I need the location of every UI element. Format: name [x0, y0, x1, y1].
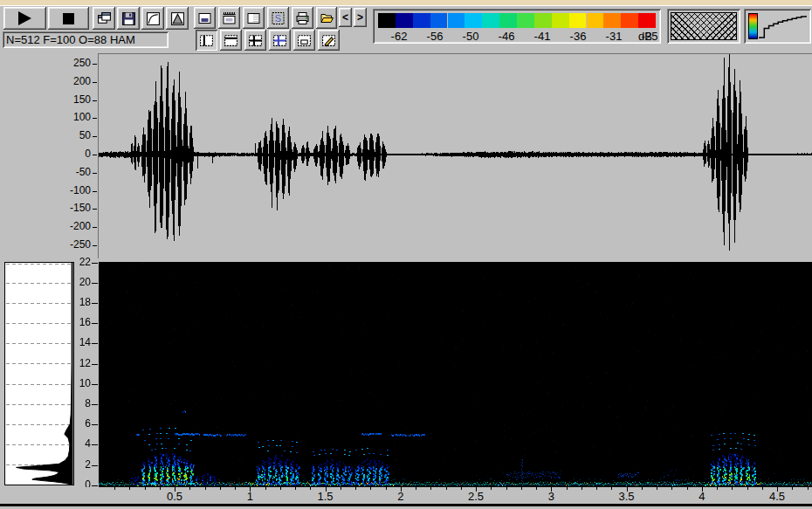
save-file-button[interactable] — [117, 7, 140, 30]
time-axis-minor-tick — [596, 487, 597, 490]
oscillogram-y-tick-label: -200 — [51, 220, 91, 232]
window-ruler-button[interactable] — [218, 7, 240, 29]
time-axis-minor-tick — [370, 487, 371, 490]
play-icon — [18, 11, 31, 25]
stop-button[interactable] — [48, 7, 89, 30]
window-spectrum-icon: S — [271, 11, 286, 25]
color-scale-tick-label: -62 — [383, 30, 415, 43]
time-axis-minor-tick — [762, 487, 763, 490]
spectrogram-canvas[interactable] — [99, 262, 812, 487]
time-axis-minor-tick — [808, 487, 809, 490]
layout-top-panel-button[interactable] — [220, 30, 242, 51]
spectrogram-y-tick-mark — [92, 485, 98, 486]
play-button[interactable] — [3, 7, 46, 30]
oscillogram-canvas[interactable] — [99, 54, 812, 258]
spectrogram-y-tick-mark — [92, 303, 98, 304]
layout-quad-icon — [248, 34, 263, 47]
oscillogram-y-tick-mark — [93, 155, 97, 155]
color-scale-segment — [378, 13, 396, 28]
transfer-curve-box[interactable] — [744, 9, 811, 44]
time-axis-minor-tick — [341, 487, 341, 490]
time-axis-tick-label: 4.5 — [760, 490, 795, 503]
time-axis-minor-tick — [657, 487, 657, 490]
time-axis-tick-label: 1.5 — [308, 490, 343, 503]
color-scale-segment — [413, 13, 430, 28]
color-scale-segment — [499, 13, 517, 28]
prev-view-button[interactable]: < — [339, 8, 352, 27]
cascade-windows-icon — [97, 11, 112, 26]
spectrogram-y-tick-mark — [92, 323, 98, 324]
cascade-windows-button[interactable] — [93, 7, 115, 30]
spectrogram-y-tick-label: 8 — [51, 397, 91, 409]
peak-display-button[interactable] — [166, 7, 189, 30]
time-axis-minor-tick — [792, 487, 793, 490]
spectrogram-y-tick-label: 16 — [51, 316, 91, 328]
transfer-curve-display — [747, 11, 809, 41]
window-copy-button[interactable] — [194, 7, 216, 29]
time-axis-minor-tick — [386, 487, 387, 490]
hatch-pattern-box[interactable] — [667, 9, 740, 44]
top-strip-highlight — [0, 5, 812, 6]
transfer-curve-icon — [146, 11, 161, 26]
peak-display-icon — [170, 11, 185, 26]
color-scale-segment — [534, 13, 552, 28]
color-scale-segment — [464, 13, 482, 28]
oscillogram-y-tick-mark — [93, 245, 97, 246]
time-axis-minor-tick — [732, 487, 733, 490]
spectrogram-y-tick-label: 18 — [51, 296, 91, 308]
oscillogram-y-tick-label: -150 — [51, 202, 91, 214]
window-shade-button[interactable] — [243, 7, 265, 29]
time-axis-tick-label: 2.5 — [458, 490, 493, 503]
save-file-icon — [121, 11, 136, 26]
prev-view-label: < — [342, 12, 348, 23]
sound-analysis-window: N=512 F=100 O=88 HAM S < > -62-5 — [0, 0, 812, 509]
oscillogram-y-tick-label: 0 — [51, 148, 91, 160]
open-file-icon — [320, 11, 334, 25]
oscillogram-y-tick-mark — [93, 227, 97, 228]
spectrogram-y-tick-label: 22 — [51, 256, 91, 268]
time-axis-major-tick — [250, 487, 251, 492]
window-bottom-line — [0, 504, 812, 506]
next-view-button[interactable]: > — [354, 8, 367, 27]
time-axis-minor-tick — [355, 487, 356, 490]
time-axis-minor-tick — [687, 487, 688, 490]
time-axis-minor-tick — [536, 487, 537, 490]
layout-inner-window-button[interactable] — [293, 30, 315, 51]
edit-annotate-button[interactable] — [318, 30, 340, 51]
color-scale-tick-label: -56 — [419, 30, 451, 43]
window-spectrum-button[interactable]: S — [267, 7, 289, 29]
time-axis-minor-tick — [581, 487, 582, 490]
color-scale-tick-label: -41 — [526, 30, 558, 43]
time-axis-tick-label: 4 — [685, 490, 719, 503]
spectrogram-y-tick-label: 4 — [51, 437, 91, 450]
time-axis-minor-tick — [220, 487, 221, 490]
time-axis-minor-tick — [235, 487, 236, 490]
layout-quad-button[interactable] — [244, 30, 266, 51]
spectrogram-y-tick-mark — [92, 263, 98, 264]
time-axis-tick-label: 1 — [232, 490, 267, 503]
oscillogram-y-tick-label: -100 — [51, 184, 91, 196]
oscillogram-y-tick-mark — [93, 118, 97, 119]
oscillogram-y-tick-mark — [93, 100, 97, 101]
time-axis-minor-tick — [717, 487, 718, 490]
oscillogram-y-tick-mark — [93, 82, 97, 83]
time-axis-minor-tick — [310, 487, 311, 490]
color-scale-panel: -62-56-50-46-41-36-31-25dB — [373, 9, 661, 44]
spectrogram-y-tick-mark — [92, 283, 98, 284]
time-axis-tick-label: 3 — [533, 490, 568, 503]
print-button[interactable] — [292, 7, 313, 29]
layout-left-panel-button[interactable] — [196, 30, 217, 51]
layout-quad-linked-button[interactable] — [269, 30, 291, 51]
time-axis-major-tick — [777, 487, 778, 492]
oscillogram-y-tick-label: -50 — [51, 166, 91, 178]
spectrogram-y-tick-mark — [92, 343, 98, 344]
time-axis-major-tick — [476, 487, 477, 492]
color-scale-tick-label: -50 — [455, 30, 486, 43]
time-axis-minor-tick — [521, 487, 522, 490]
transfer-curve-button[interactable] — [141, 7, 164, 30]
open-file-button[interactable] — [316, 7, 337, 29]
spectrogram-y-tick-mark — [92, 424, 98, 425]
color-scale-segment — [430, 13, 448, 28]
time-axis-minor-tick — [145, 487, 146, 490]
time-axis-minor-tick — [671, 487, 672, 490]
